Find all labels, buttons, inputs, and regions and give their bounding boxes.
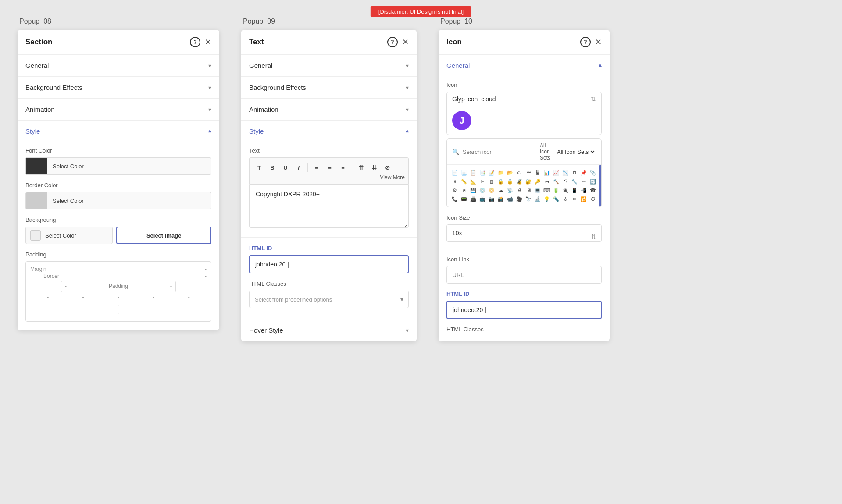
popup08-font-color-button[interactable]: Select Color [47,157,211,175]
icon-cell[interactable]: 🔄 [589,177,597,186]
popup10-url-input[interactable] [446,266,602,284]
icon-cell[interactable]: 🔦 [552,195,560,203]
popup10-search-input[interactable] [463,149,536,155]
icon-cell[interactable]: 📞 [450,195,459,203]
icon-cell[interactable]: 🔌 [561,186,570,195]
icon-cell[interactable]: 🔋 [552,186,560,195]
popup08-background-color-button[interactable]: Select Color [25,227,113,244]
icon-cell[interactable]: 🔑 [533,177,542,186]
popup08-select-image-button[interactable]: Select Image [116,227,211,244]
popup08-bg-effects-header[interactable]: Background Effects ▾ [18,77,219,98]
toolbar-bold-button[interactable]: B [266,161,278,174]
icon-cell[interactable]: 📡 [506,186,514,195]
popup08-animation-header[interactable]: Animation ▾ [18,99,219,120]
popup09-close-button[interactable]: ✕ [402,38,409,46]
icon-cell[interactable]: ⛏ [561,177,570,186]
icon-cell[interactable]: 📋 [469,168,478,177]
icon-cell[interactable]: 💻 [533,186,542,195]
popup09-html-id-input[interactable] [249,255,409,273]
icon-cell[interactable]: 📺 [478,195,487,203]
icon-cell[interactable]: 🔁 [579,195,588,203]
popup09-html-classes-select[interactable]: Select from predefined options [249,291,409,308]
toolbar-align-left-button[interactable]: ≡ [310,161,323,174]
popup08-font-color-swatch[interactable] [25,157,47,175]
toolbar-link-button[interactable]: ⊘ [381,161,393,174]
icon-cell[interactable]: 📎 [589,168,597,177]
popup09-general-header[interactable]: General ▾ [241,55,417,76]
icon-cell[interactable]: 🔐 [524,177,533,186]
popup10-general-header[interactable]: General ▾ [439,55,610,76]
icon-cell[interactable]: 💡 [542,195,551,203]
icon-cell[interactable]: 📂 [506,168,514,177]
icon-cell[interactable]: 🗄 [533,168,542,177]
icon-cell[interactable]: 🖥 [524,186,533,195]
icon-cell[interactable]: 🔬 [533,195,542,203]
popup08-border-color-button[interactable]: Select Color [47,192,211,209]
popup10-html-id-input[interactable] [446,301,602,319]
icon-cell[interactable]: 🔒 [496,177,505,186]
popup08-border-color-swatch[interactable] [25,192,47,209]
icon-cell[interactable]: 📐 [469,177,478,186]
popup08-style-header[interactable]: Style ▾ [18,121,219,142]
icon-cell[interactable]: 🗃 [524,168,533,177]
icon-cell[interactable]: ☎ [589,186,597,195]
icon-cell[interactable]: 🔓 [506,177,514,186]
popup09-text-area[interactable]: Copyright DXPR 2020+ [249,184,409,228]
icon-cell[interactable]: ✏ [570,195,579,203]
icon-cell[interactable]: 📲 [579,186,588,195]
icon-cell[interactable]: 📷 [487,195,496,203]
icon-cell[interactable]: 🗒 [570,168,579,177]
icon-cell[interactable]: ⚙ [450,186,459,195]
icon-cell[interactable]: 📸 [496,195,505,203]
toolbar-italic-button[interactable]: I [293,161,305,174]
popup10-help-button[interactable]: ? [580,37,591,47]
popup10-icon-size-select[interactable]: 10x [446,224,602,242]
icon-cell[interactable]: 📌 [579,168,588,177]
toolbar-align-right-button[interactable]: ≡ [337,161,349,174]
popup08-close-button[interactable]: ✕ [205,38,211,46]
icon-cell[interactable]: 📄 [450,168,459,177]
icon-cell[interactable]: 📟 [460,195,468,203]
icon-cell[interactable]: ⌨ [542,186,551,195]
icon-cell[interactable]: 📈 [552,168,560,177]
toolbar-underline-button[interactable]: U [279,161,292,174]
icon-cell[interactable]: 🖇 [450,177,459,186]
icon-cell[interactable]: 📠 [469,195,478,203]
icon-cell[interactable]: 💿 [478,186,487,195]
icon-cell[interactable]: 📊 [542,168,551,177]
icon-cell[interactable]: 📏 [460,177,468,186]
icon-cell[interactable]: 🗝 [542,177,551,186]
icon-cell[interactable]: 📁 [496,168,505,177]
popup10-icon-set-select[interactable]: All Icon Sets [555,148,596,156]
icon-cell[interactable]: 🔭 [524,195,533,203]
toolbar-indent-button[interactable]: ⇈ [355,161,367,174]
toolbar-align-center-button[interactable]: ≡ [324,161,336,174]
icon-cell[interactable]: 🎥 [515,195,524,203]
icon-cell[interactable]: 📱 [570,186,579,195]
icon-cell[interactable]: ☁ [496,186,505,195]
toolbar-T-button[interactable]: T [253,161,265,174]
toolbar-outdent-button[interactable]: ⇊ [368,161,380,174]
popup09-style-header[interactable]: Style ▾ [241,121,417,142]
icon-cell[interactable]: 📉 [561,168,570,177]
icon-cell[interactable]: 🗑 [487,177,496,186]
popup09-help-button[interactable]: ? [387,37,398,47]
icon-cell[interactable]: 🔧 [570,177,579,186]
popup08-general-header[interactable]: General ▾ [18,55,219,76]
icon-cell[interactable]: 📹 [506,195,514,203]
popup09-view-more-button[interactable]: View More [380,174,405,181]
icon-cell[interactable]: 📃 [460,168,468,177]
popup09-bg-effects-header[interactable]: Background Effects ▾ [241,77,417,98]
icon-cell[interactable]: 🖱 [460,186,468,195]
icon-cell[interactable]: ⏱ [589,195,597,203]
popup10-close-button[interactable]: ✕ [595,38,602,46]
popup09-animation-header[interactable]: Animation ▾ [241,99,417,120]
popup08-help-button[interactable]: ? [190,37,200,47]
icon-cell[interactable]: 🗂 [515,168,524,177]
popup09-hover-style-header[interactable]: Hover Style ▾ [241,319,417,341]
icon-cell[interactable]: ✂ [478,177,487,186]
icon-cell[interactable]: 🔨 [552,177,560,186]
icon-cell[interactable]: ✏ [579,177,588,186]
popup10-icon-name-input[interactable] [452,96,591,103]
icon-cell[interactable]: 📝 [487,168,496,177]
